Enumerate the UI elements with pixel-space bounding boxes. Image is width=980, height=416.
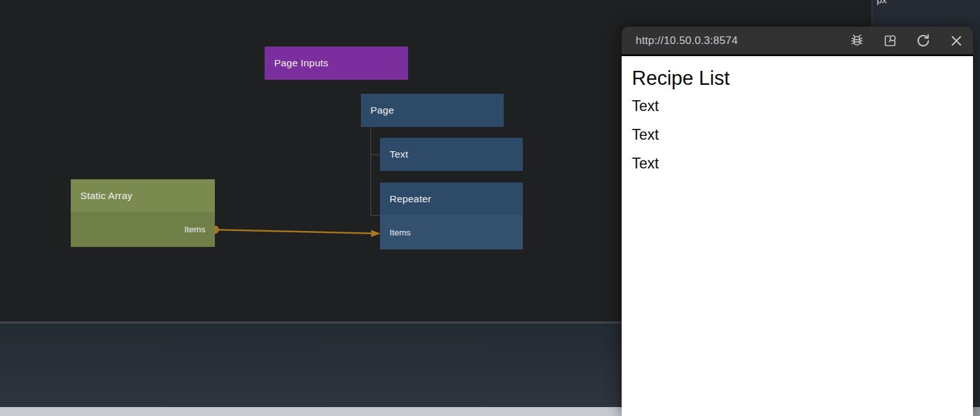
tree-connector-to-repeater xyxy=(370,215,380,216)
node-static-array[interactable]: Static Array Items xyxy=(71,179,215,247)
repeater-items-port[interactable]: Items xyxy=(380,215,523,249)
node-page-label: Page xyxy=(361,94,504,127)
node-text[interactable]: Text xyxy=(380,138,523,171)
static-array-items-port[interactable]: Items xyxy=(71,212,215,247)
node-repeater-label: Repeater xyxy=(380,182,523,215)
node-static-array-label: Static Array xyxy=(71,179,215,212)
inspect-icon[interactable] xyxy=(882,33,898,48)
px-unit-label-clipped: px xyxy=(872,0,980,7)
preview-page-content: Recipe List Text Text Text xyxy=(622,56,973,416)
list-item: Text xyxy=(632,121,967,149)
url-address-bar[interactable]: http://10.50.0.3:8574 xyxy=(636,34,849,47)
node-repeater[interactable]: Repeater Items xyxy=(380,182,523,249)
node-text-label: Text xyxy=(380,138,523,171)
node-page[interactable]: Page xyxy=(361,94,504,127)
app-root: Page Inputs Page Text Repeater Items Sta… xyxy=(0,0,980,416)
refresh-icon[interactable] xyxy=(916,33,931,48)
debug-icon[interactable] xyxy=(849,33,865,48)
list-item: Text xyxy=(632,149,967,178)
node-page-inputs-label: Page Inputs xyxy=(265,47,408,80)
close-icon[interactable] xyxy=(949,33,964,48)
tree-connector-vertical xyxy=(370,127,371,216)
preview-titlebar: http://10.50.0.3:8574 xyxy=(622,27,973,56)
recipe-list-heading: Recipe List xyxy=(632,65,967,92)
list-item: Text xyxy=(632,92,967,121)
node-page-inputs[interactable]: Page Inputs xyxy=(265,47,408,80)
preview-window[interactable]: http://10.50.0.3:8574 xyxy=(622,27,973,416)
tree-connector-to-text xyxy=(370,154,380,155)
